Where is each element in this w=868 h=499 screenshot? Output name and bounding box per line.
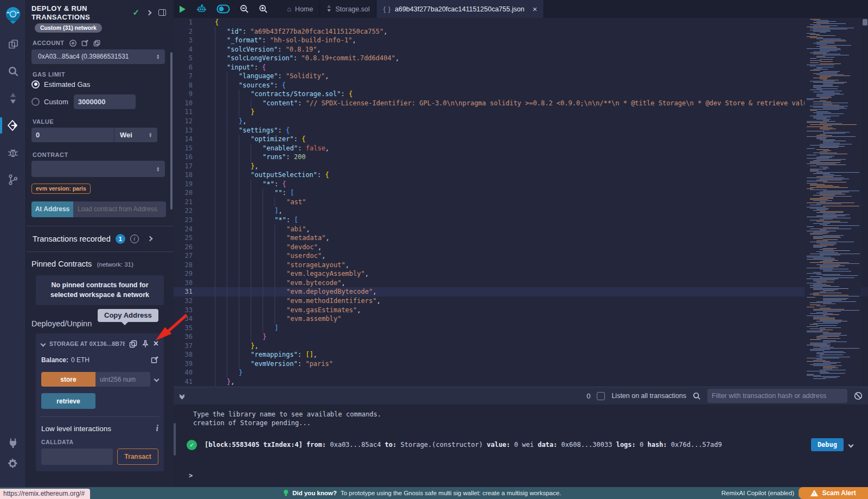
account-select[interactable]: 0xA03...85ac4 (0.39866531531 [31, 49, 165, 64]
collapse-terminal-icon[interactable] [180, 393, 184, 399]
code-line[interactable]: 6"input": { [174, 63, 868, 72]
code-line[interactable]: 36} [174, 332, 868, 342]
value-unit-select[interactable]: Wei [114, 128, 157, 142]
retrieve-button[interactable]: retrieve [41, 393, 95, 409]
minimap[interactable] [805, 18, 861, 387]
close-tab-icon[interactable]: × [533, 5, 538, 13]
store-expand-icon[interactable] [154, 377, 159, 382]
at-address-button[interactable]: At Address [31, 201, 73, 217]
panel-scrollbar[interactable] [170, 52, 173, 210]
code-line[interactable]: 41}, [174, 377, 868, 387]
transactions-expand-icon[interactable] [147, 236, 152, 242]
code-line[interactable]: 35] [174, 324, 868, 333]
estimated-gas-radio[interactable] [31, 80, 40, 89]
copilot-toggle-icon[interactable] [212, 0, 235, 18]
code-line[interactable]: 39"evmVersion": "paris" [174, 359, 868, 369]
code-line[interactable]: 13"settings": { [174, 126, 868, 135]
code-line[interactable]: 33"evm.gasEstimates", [174, 306, 868, 315]
zoom-out-icon[interactable] [235, 0, 254, 18]
transactions-info-icon[interactable]: i [130, 235, 139, 243]
plugin-manager-icon[interactable] [0, 433, 26, 453]
low-level-info-icon[interactable]: i [156, 424, 158, 433]
at-address-input[interactable] [73, 201, 166, 217]
listen-all-checkbox[interactable] [597, 392, 605, 400]
code-line[interactable]: 8"sources": { [174, 81, 868, 90]
value-input[interactable] [31, 128, 114, 142]
code-line[interactable]: 37}, [174, 342, 868, 351]
code-line[interactable]: 17}, [174, 162, 868, 171]
pin-contract-icon[interactable] [142, 340, 149, 348]
transaction-log-row[interactable]: ✓ [block:5583405 txIndex:4] from: 0xa03.… [174, 438, 868, 451]
remix-logo-icon[interactable] [0, 2, 26, 28]
custom-gas-input[interactable] [74, 94, 136, 109]
copy-account-icon[interactable] [93, 40, 100, 47]
code-line[interactable]: 38"remappings": [], [174, 350, 868, 359]
code-line[interactable]: 19"*": { [174, 180, 868, 189]
code-line[interactable]: 3"_format": "hh-sol-build-info-1", [174, 36, 868, 45]
code-line[interactable]: 24"abi", [174, 225, 868, 234]
code-line[interactable]: 15"enabled": false, [174, 144, 868, 153]
code-line[interactable]: 9"contracts/Storage.sol": { [174, 90, 868, 99]
code-line[interactable]: 25"metadata", [174, 233, 868, 243]
store-button[interactable]: store [41, 372, 95, 387]
editor-scrollbar[interactable] [861, 18, 868, 387]
code-line[interactable]: 21"ast" [174, 198, 868, 207]
tab-build-info-json[interactable]: { } a69b43f277ba20fcac141151250ca755.jso… [376, 0, 544, 18]
code-line[interactable]: 34"evm.assembly" [174, 314, 868, 324]
tab-storage-sol[interactable]: Storage.sol [320, 0, 376, 18]
code-line[interactable]: 12}, [174, 117, 868, 126]
copilot-status[interactable]: RemixAI Copilot (enabled) [722, 490, 794, 496]
file-explorer-icon[interactable] [0, 34, 26, 54]
run-script-icon[interactable] [174, 0, 192, 18]
contract-collapse-icon[interactable] [41, 341, 46, 346]
contract-select[interactable] [31, 161, 165, 177]
store-arg-input[interactable] [95, 372, 150, 387]
code-line[interactable]: 18"outputSelection": { [174, 170, 868, 180]
collapse-panel-icon[interactable] [146, 10, 152, 15]
code-line[interactable]: 26"devdoc", [174, 243, 868, 252]
terminal-search-icon[interactable] [693, 392, 701, 400]
code-line[interactable]: 23"*": [ [174, 216, 868, 225]
add-account-icon[interactable] [69, 40, 76, 47]
solidity-compiler-icon[interactable] [0, 88, 26, 109]
code-line[interactable]: 29"evm.legacyAssembly", [174, 269, 868, 279]
debugger-icon[interactable] [0, 142, 26, 163]
code-line[interactable]: 40} [174, 368, 868, 377]
code-line[interactable]: 10"content": "// SPDX-License-Identifier… [174, 99, 868, 108]
code-line[interactable]: 28"storageLayout", [174, 261, 868, 270]
edit-account-icon[interactable] [81, 40, 88, 47]
calldata-input[interactable] [41, 449, 113, 465]
code-line[interactable]: 5"solcLongVersion": "0.8.19+commit.7dd6d… [174, 54, 868, 63]
transact-button[interactable]: Transact [117, 449, 158, 465]
tx-expand-icon[interactable] [848, 442, 854, 447]
terminal-filter-input[interactable] [707, 389, 847, 403]
search-icon[interactable] [0, 61, 26, 81]
code-line[interactable]: 30"evm.bytecode", [174, 279, 868, 288]
copy-address-icon[interactable] [129, 340, 137, 348]
remove-contract-icon[interactable]: × [154, 339, 158, 349]
scam-alert-button[interactable]: Scam Alert [799, 487, 868, 499]
code-line[interactable]: 22], [174, 206, 868, 216]
code-line[interactable]: 1{ [174, 18, 868, 27]
terminal-scrollbar[interactable] [174, 423, 176, 456]
debug-button[interactable]: Debug [811, 438, 844, 451]
custom-gas-radio[interactable] [31, 98, 40, 106]
code-editor[interactable]: 1{2"id": "a69b43f277ba20fcac141151250ca7… [174, 18, 868, 387]
code-line[interactable]: 32"evm.methodIdentifiers", [174, 296, 868, 306]
code-line[interactable]: 31"evm.deployedBytecode", [174, 287, 868, 296]
clear-console-icon[interactable] [854, 391, 863, 400]
edit-balance-icon[interactable] [151, 356, 158, 364]
pin-panel-icon[interactable] [158, 9, 166, 16]
tab-home[interactable]: ⌂ Home [280, 0, 320, 18]
code-line[interactable]: 7"language": "Solidity", [174, 72, 868, 81]
code-line[interactable]: 16"runs": 200 [174, 153, 868, 162]
ai-assistant-robot-icon[interactable] [192, 0, 212, 18]
git-icon[interactable] [0, 169, 26, 190]
terminal-output[interactable]: Type the library name to see available c… [174, 405, 868, 487]
code-line[interactable]: 14"optimizer": { [174, 135, 868, 144]
code-line[interactable]: 27"userdoc", [174, 251, 868, 261]
code-line[interactable]: 2"id": "a69b43f277ba20fcac141151250ca755… [174, 27, 868, 36]
code-line[interactable]: 4"solcVersion": "0.8.19", [174, 45, 868, 54]
settings-gear-icon[interactable] [0, 453, 26, 474]
code-line[interactable]: 11} [174, 108, 868, 117]
